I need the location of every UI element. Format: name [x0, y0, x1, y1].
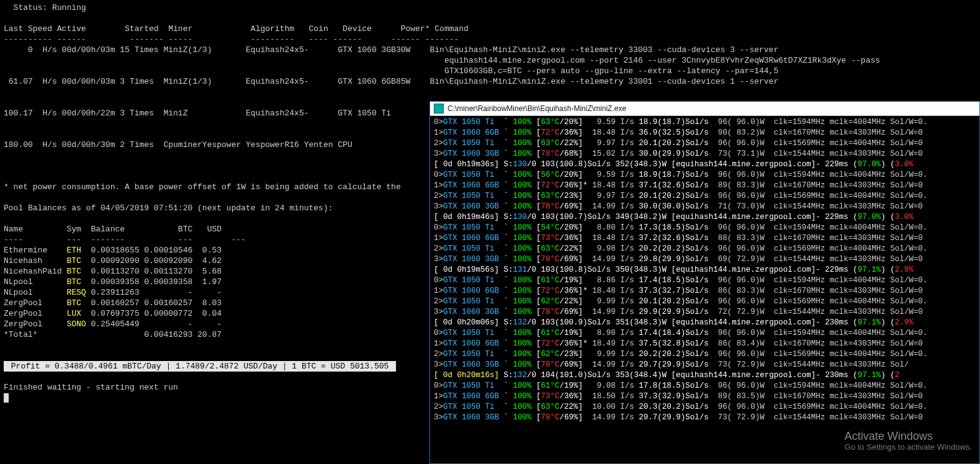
miner-row: 61.07 H/s 00d/00h/03m 3 Times MiniZ(1/3)… [4, 77, 778, 86]
balance-row: NLpool RESQ 0.23911263 - - [4, 288, 222, 297]
balance-row: ZergPool SONO 0.25405449 - - [4, 319, 222, 329]
miner-row: 100.17 H/s 00d/00h/22m 3 Times MiniZ Equ… [4, 109, 430, 118]
windows-activation-watermark: Activate Windows Go to Settings to activ… [845, 431, 972, 452]
sub-terminal-body[interactable]: 0>GTX 1050 Ti ` 100% [63°C/20%] 9.59 I/s… [430, 116, 979, 424]
terminal-icon [434, 104, 444, 114]
sub-terminal-window[interactable]: C:\miner\RainbowMiner\Bin\Equihash-MiniZ… [429, 101, 980, 464]
balance-row: ZergPool LUX 0.07697375 0.00000772 0.04 [4, 309, 222, 318]
balance-row: Nicehash BTC 0.00092090 0.00092090 4.62 [4, 256, 222, 265]
miner-row: 180.00 H/s 00d/00h/30m 2 Times CpuminerY… [4, 140, 430, 149]
balance-row: NLpool BTC 0.00039358 0.00039358 1.97 [4, 277, 222, 287]
power-footnote: * net power consumption. A base power of… [4, 182, 401, 192]
balance-row: NicehashPaid BTC 0.00113270 0.00113270 5… [4, 267, 222, 276]
sub-window-title: C:\miner\RainbowMiner\Bin\Equihash-MiniZ… [447, 104, 626, 114]
profit-bar: Profit = 0.3488/0.4961 mBTC/Day | 1.7489… [4, 361, 396, 372]
balance-row: ZergPool BTC 0.00160257 0.00160257 8.03 [4, 298, 222, 308]
balance-row: *Total* 0.00416293 20.87 [4, 330, 222, 339]
miner-row: 0 H/s 00d/00h/03m 15 Times MiniZ(1/3) Eq… [4, 45, 778, 55]
pool-balance-label: Pool Balances as of 04/05/2019 07:51:20 … [4, 203, 333, 213]
sub-window-titlebar[interactable]: C:\miner\RainbowMiner\Bin\Equihash-MiniZ… [430, 102, 979, 116]
balance-row: Ethermine ETH 0.00318655 0.00010546 0.53 [4, 246, 222, 255]
status-line: Status: Running [4, 3, 86, 12]
status-message: Finished waiting - starting next run [4, 383, 178, 392]
